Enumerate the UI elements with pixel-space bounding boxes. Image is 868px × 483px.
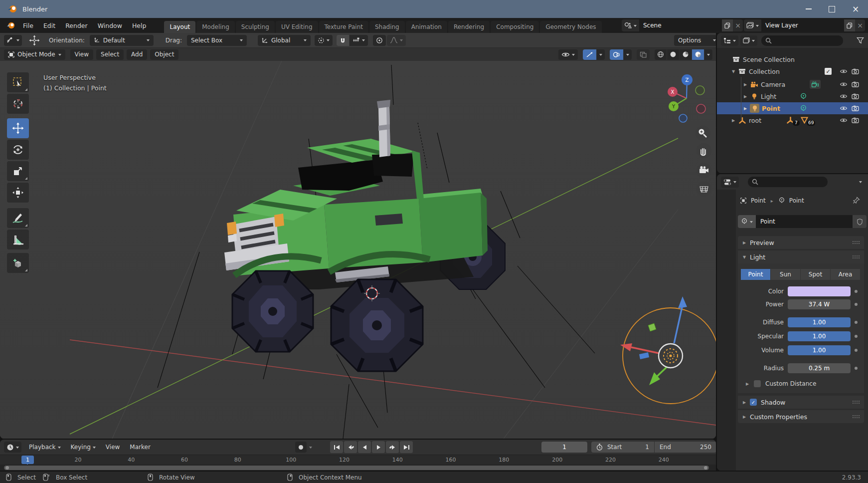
proportional-editing-toggle[interactable] [373, 35, 386, 46]
render-camera-toggle[interactable] [852, 93, 859, 99]
expand-icon[interactable]: ▶ [743, 94, 748, 99]
scene-unlink-button[interactable]: × [733, 19, 743, 31]
shadow-checkbox[interactable]: ✓ [750, 399, 757, 406]
properties-options-dropdown[interactable] [859, 181, 862, 185]
properties-search-field[interactable] [748, 177, 828, 187]
workspace-tab[interactable]: Texture Paint [319, 21, 368, 33]
animate-dot[interactable] [855, 367, 858, 370]
viewport-menu[interactable]: Add [127, 49, 147, 60]
animate-dot[interactable] [855, 349, 858, 352]
view-layer-name-field[interactable]: View Layer [761, 19, 844, 31]
light-type-tab[interactable]: Area [831, 269, 860, 280]
animate-dot[interactable] [855, 290, 858, 293]
camera-view-button[interactable] [696, 163, 711, 178]
overlays-dropdown[interactable] [624, 49, 632, 60]
snap-toggle[interactable] [337, 35, 349, 46]
expand-icon[interactable]: ▶ [743, 106, 748, 111]
render-camera-toggle[interactable] [852, 81, 859, 87]
expand-icon[interactable]: ▼ [731, 69, 736, 74]
hide-eye-toggle[interactable] [840, 93, 848, 99]
shading-dropdown[interactable] [704, 49, 712, 60]
play-button[interactable] [372, 441, 385, 453]
timeline-menu[interactable]: Marker [125, 444, 155, 451]
collection-checkbox[interactable]: ✓ [825, 68, 832, 75]
proportional-falloff-dropdown[interactable] [387, 35, 406, 46]
shading-wireframe-button[interactable] [655, 49, 667, 60]
workspace-tab[interactable]: Animation [406, 21, 447, 33]
light-type-tab[interactable]: Point [741, 269, 770, 280]
start-frame-field[interactable]: Start 1 [591, 442, 654, 453]
gizmos-dropdown[interactable] [597, 49, 605, 60]
workspace-tab[interactable]: Geometry Nodes [540, 21, 601, 33]
outliner-row-scene-collection[interactable]: Scene Collection [717, 53, 868, 65]
scrollbar-left-knob[interactable] [5, 466, 9, 470]
topbar-menu[interactable]: Window [93, 18, 127, 33]
diffuse-slider[interactable]: 1.00 [788, 317, 851, 327]
breadcrumb-object[interactable]: Point [751, 197, 766, 204]
ortho-toggle-button[interactable] [696, 182, 711, 197]
light-type-tab[interactable]: Spot [801, 269, 830, 280]
blender-menu-icon[interactable] [6, 21, 16, 29]
keying-popover[interactable] [309, 447, 312, 450]
scale-tool[interactable] [7, 161, 29, 181]
snap-settings-dropdown[interactable] [349, 35, 368, 46]
hide-eye-toggle[interactable] [840, 81, 848, 87]
outliner-row-camera[interactable]: ▶ Camera [717, 78, 868, 90]
color-swatch[interactable] [788, 286, 851, 296]
orientation-dropdown[interactable]: Default [90, 35, 154, 46]
workspace-tab[interactable]: UV Editing [276, 21, 318, 33]
scene-name-field[interactable]: Scene [639, 19, 722, 31]
outliner-filter-button[interactable] [857, 37, 864, 44]
viewport-menu[interactable]: View [70, 49, 93, 60]
select-box-tool[interactable] [7, 72, 29, 92]
current-frame-field[interactable]: 1 [541, 442, 587, 453]
minimize-button[interactable] [797, 0, 820, 18]
prev-keyframe-button[interactable] [344, 441, 357, 453]
timeline-menu[interactable]: Playback [24, 444, 65, 451]
scene-new-button[interactable] [722, 19, 733, 31]
render-camera-toggle[interactable] [852, 68, 859, 74]
outliner-row-light[interactable]: ▶ Light [717, 90, 868, 102]
jump-to-start-button[interactable] [330, 441, 343, 453]
light-data-icon[interactable] [800, 105, 807, 112]
timeline-editor-button[interactable] [4, 442, 21, 453]
xray-toggle[interactable] [637, 49, 650, 60]
light-panel-header[interactable]: ▼ Light [738, 250, 864, 263]
gizmos-toggle[interactable] [583, 49, 596, 60]
view-layer-browse-button[interactable] [744, 19, 761, 31]
topbar-menu[interactable]: File [18, 18, 38, 33]
light-type-tab[interactable]: Sun [771, 269, 800, 280]
viewport-menu[interactable]: Object [150, 49, 178, 60]
hide-eye-toggle[interactable] [840, 117, 848, 123]
add-cube-tool[interactable] [7, 253, 29, 273]
move-tool-indicator-icon[interactable] [29, 35, 40, 46]
power-field[interactable]: 37.4 W [788, 299, 851, 309]
breadcrumb-data[interactable]: Point [789, 197, 804, 204]
end-frame-field[interactable]: End 250 [655, 442, 716, 453]
timeline-ruler[interactable]: 20406080100120140160180200220240 1 [0, 455, 716, 465]
measure-tool[interactable] [7, 230, 29, 249]
render-camera-toggle[interactable] [852, 117, 859, 123]
workspace-tab[interactable]: Layout [164, 21, 195, 33]
view-layer-new-button[interactable] [844, 19, 855, 31]
custom-properties-panel-header[interactable]: ▶ Custom Properties [738, 410, 864, 423]
expand-icon[interactable]: ▶ [743, 82, 748, 87]
topbar-menu[interactable]: Render [60, 18, 93, 33]
shading-material-button[interactable] [680, 49, 692, 60]
move-tool[interactable] [7, 118, 29, 138]
pivot-point-dropdown[interactable] [315, 35, 333, 46]
overlays-toggle[interactable] [610, 49, 623, 60]
viewport-canvas[interactable]: Z X Y [0, 61, 716, 439]
auto-keying-toggle[interactable] [295, 442, 307, 453]
transform-orientation-dropdown[interactable]: Global [258, 35, 311, 46]
topbar-menu[interactable]: Edit [38, 18, 60, 33]
transform-tool[interactable] [7, 183, 29, 203]
outliner-display-mode-dropdown[interactable] [721, 35, 738, 46]
next-keyframe-button[interactable] [386, 441, 399, 453]
visibility-dropdown[interactable] [558, 49, 578, 60]
outliner-row-point[interactable]: ▶ Point [717, 102, 868, 114]
timeline-menu[interactable]: Keying [66, 444, 100, 451]
rotate-tool[interactable] [7, 140, 29, 160]
timeline-menu[interactable]: View [101, 444, 124, 451]
outliner-row-collection[interactable]: ▼ Collection ✓ [717, 65, 868, 77]
